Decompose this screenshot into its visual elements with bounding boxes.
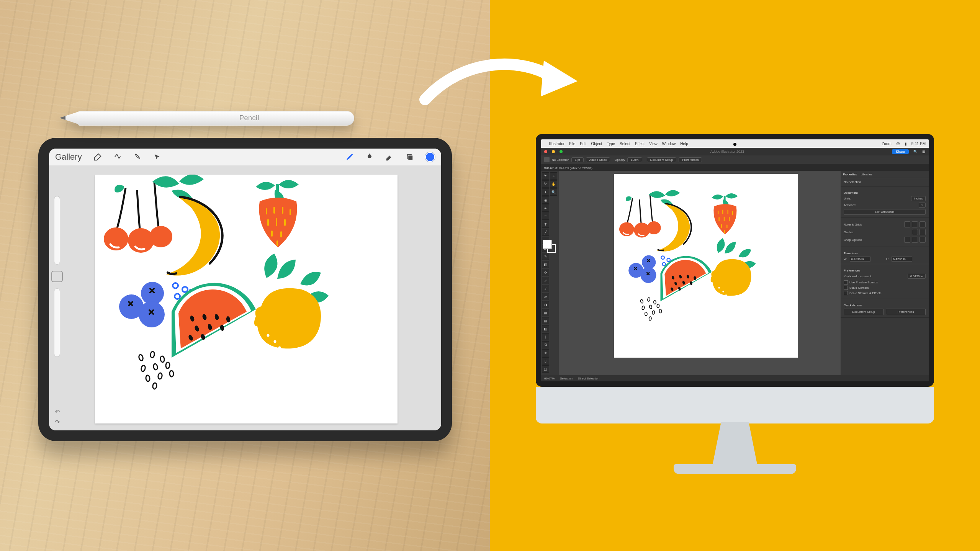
units-dropdown[interactable]: Inches — [911, 196, 926, 201]
key-increment-field[interactable]: 0.0139 in — [908, 274, 926, 279]
adjustments-icon[interactable] — [113, 153, 122, 161]
zoom-tool-icon[interactable]: 🔍 — [550, 188, 557, 196]
redo-icon[interactable]: ↷ — [55, 419, 60, 426]
line-tool-icon[interactable]: ╱ — [542, 229, 549, 236]
gradient-tool-icon[interactable]: ◧ — [542, 325, 549, 332]
mesh-tool-icon[interactable]: ▤ — [542, 317, 549, 324]
menu-help[interactable]: Help — [680, 142, 688, 146]
stock-search[interactable]: Adobe Stock — [586, 157, 610, 162]
menu-view[interactable]: View — [649, 142, 658, 146]
window-close-icon[interactable] — [544, 150, 547, 153]
slice-tool-icon[interactable]: ⌗ — [550, 172, 557, 180]
scale-strokes-checkbox[interactable] — [844, 291, 848, 295]
scale-corners-checkbox[interactable] — [844, 286, 848, 290]
eraser-tool-icon[interactable]: ◧ — [542, 261, 549, 268]
ctrl-preferences[interactable]: Preferences — [679, 157, 702, 162]
color-picker[interactable] — [425, 152, 435, 162]
curvature-tool-icon[interactable]: 〰 — [542, 213, 549, 220]
undo-icon[interactable]: ↶ — [55, 408, 60, 415]
menu-select[interactable]: Select — [620, 142, 630, 146]
symbol-sprayer-tool-icon[interactable]: ✶ — [542, 349, 549, 356]
artboard-tool-icon[interactable]: ▢ — [542, 365, 549, 373]
illustrator-artboard[interactable] — [614, 174, 798, 358]
actions-icon[interactable] — [93, 153, 102, 161]
transform-icon[interactable] — [153, 153, 162, 161]
edit-artboards-button[interactable]: Edit Artboards — [844, 209, 926, 215]
gallery-button[interactable]: Gallery — [55, 152, 82, 162]
perspective-tool-icon[interactable]: ▦ — [542, 309, 549, 316]
lasso-tool-icon[interactable]: ◉ — [542, 196, 549, 204]
svg-point-96 — [640, 299, 643, 303]
selection-icon[interactable] — [133, 153, 142, 161]
transparency-grid-icon[interactable] — [919, 221, 926, 227]
grid-icon[interactable] — [912, 221, 918, 227]
share-button[interactable]: Share — [892, 149, 909, 154]
preferences-button[interactable]: Preferences — [886, 309, 926, 315]
fill-stroke-swatch[interactable] — [543, 240, 556, 253]
brush-icon[interactable] — [345, 153, 354, 161]
artboard-dropdown[interactable]: 1 — [919, 203, 926, 208]
search-icon[interactable]: 🔍 — [913, 150, 918, 154]
document-setup-button[interactable]: Document Setup — [844, 309, 883, 315]
libraries-tab[interactable]: Libraries — [861, 173, 872, 176]
selection-tool-icon[interactable] — [542, 172, 549, 180]
shaper-tool-icon[interactable]: ✎ — [542, 253, 549, 260]
menu-effect[interactable]: Effect — [635, 142, 645, 146]
free-transform-tool-icon[interactable]: ▱ — [542, 293, 549, 300]
ruler-icon[interactable] — [904, 221, 910, 227]
arrange-icon[interactable]: ▦ — [922, 150, 926, 154]
menu-file[interactable]: File — [569, 142, 575, 146]
menu-object[interactable]: Object — [591, 142, 602, 146]
eyedropper-tool-icon[interactable]: ⟊ — [542, 333, 549, 340]
procreate-canvas[interactable] — [95, 175, 398, 423]
height-field[interactable] — [892, 257, 912, 262]
column-graph-tool-icon[interactable]: ▯ — [542, 357, 549, 365]
use-preview-checkbox[interactable] — [844, 280, 848, 284]
snap-point-icon[interactable] — [912, 237, 918, 243]
wifi-icon[interactable]: ⦿ — [896, 142, 900, 146]
scale-tool-icon[interactable]: ⤢ — [542, 277, 549, 284]
guides-lock-icon[interactable] — [919, 229, 926, 235]
direct-selection-tool-icon[interactable] — [542, 180, 549, 188]
svg-point-25 — [173, 283, 178, 288]
blend-tool-icon[interactable]: ⧉ — [542, 341, 549, 348]
svg-point-79 — [662, 262, 666, 266]
snap-grid-icon[interactable] — [919, 237, 926, 243]
status-zoom[interactable]: 66.67% — [544, 377, 555, 380]
illustrator-workspace: ✦ ◉ ✒ 〰 T ╱ ▭ 🖌 ✎ ◧ ⟳ ⤢ ⎎ ▱ ◑ — [541, 171, 929, 375]
width-tool-icon[interactable]: ⎎ — [542, 285, 549, 292]
home-icon[interactable] — [544, 157, 550, 162]
menu-window[interactable]: Window — [662, 142, 676, 146]
left-panel-wood-desk: Pencil Gallery — [0, 0, 490, 551]
stroke-weight[interactable]: 1 pt — [571, 157, 583, 162]
ruler-grids-label: Ruler & Grids — [844, 223, 862, 226]
pen-tool-icon[interactable]: ✒ — [542, 204, 549, 212]
eraser-icon[interactable] — [385, 153, 394, 161]
brush-size-slider[interactable] — [54, 196, 60, 265]
menu-illustrator[interactable]: Illustrator — [549, 142, 564, 146]
opacity-field[interactable]: 100% — [627, 157, 642, 162]
brush-opacity-slider[interactable] — [54, 288, 60, 357]
menu-type[interactable]: Type — [607, 142, 615, 146]
shape-builder-tool-icon[interactable]: ◑ — [542, 301, 549, 308]
modify-button[interactable] — [51, 271, 63, 282]
menubar-zoom[interactable]: Zoom — [882, 142, 892, 146]
menu-edit[interactable]: Edit — [580, 142, 586, 146]
hand-tool-icon[interactable]: ✋ — [550, 180, 557, 188]
type-tool-icon[interactable]: T — [542, 221, 549, 228]
isight-camera — [733, 143, 736, 146]
rotate-tool-icon[interactable]: ⟳ — [542, 269, 549, 276]
document-tab[interactable]: fruit.ai* @ 66.67% (CMYK/Preview) — [544, 166, 592, 170]
layers-icon[interactable] — [405, 153, 414, 161]
battery-icon[interactable]: ▮ — [905, 142, 907, 146]
guides-visibility-icon[interactable] — [912, 229, 918, 235]
window-max-icon[interactable] — [560, 150, 563, 153]
smudge-icon[interactable] — [365, 153, 374, 161]
window-min-icon[interactable] — [552, 150, 555, 153]
ctrl-doc-setup[interactable]: Document Setup — [647, 157, 677, 162]
magic-wand-tool-icon[interactable]: ✦ — [542, 188, 549, 196]
svg-point-95 — [725, 294, 727, 296]
snap-pixel-icon[interactable] — [904, 237, 910, 243]
properties-tab[interactable]: Properties — [843, 173, 857, 176]
width-field[interactable] — [850, 257, 870, 262]
